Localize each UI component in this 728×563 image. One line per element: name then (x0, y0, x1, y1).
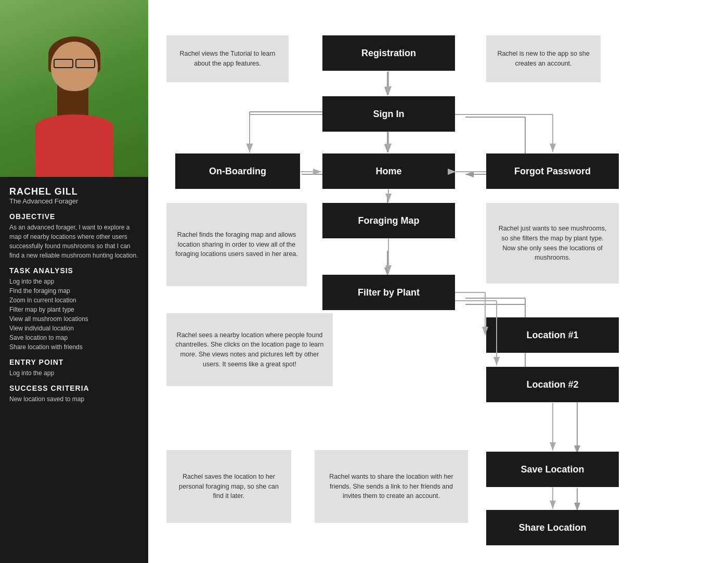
location1-box[interactable]: Location #1 (486, 317, 619, 353)
on-boarding-box[interactable]: On-Boarding (175, 153, 300, 189)
save-desc-box: Rachel saves the location to her persona… (166, 450, 291, 523)
person-name: RACHEL GILL (9, 186, 139, 197)
sidebar: RACHEL GILL The Advanced Forager OBJECTI… (0, 0, 148, 563)
filter-by-plant-box[interactable]: Filter by Plant (322, 275, 455, 310)
main-content: Rachel views the Tutorial to learn about… (148, 0, 728, 563)
profile-photo (0, 0, 148, 177)
objective-text: As an advanced forager, I want to explor… (9, 223, 139, 260)
save-location-box[interactable]: Save Location (486, 452, 619, 487)
new-account-box: Rachel is new to the app so she creates … (486, 35, 601, 82)
person-title: The Advanced Forager (9, 197, 139, 205)
tutorial-box: Rachel views the Tutorial to learn about… (166, 35, 289, 82)
share-location-box[interactable]: Share Location (486, 510, 619, 545)
registration-box[interactable]: Registration (322, 35, 455, 71)
filter-desc-box: Rachel just wants to see mushrooms, so s… (486, 203, 619, 284)
sign-in-box[interactable]: Sign In (322, 96, 455, 132)
share-desc-box: Rachel wants to share the location with … (315, 450, 468, 523)
foraging-map-box[interactable]: Foraging Map (322, 203, 455, 238)
success-criteria-text: New location saved to map (9, 394, 139, 404)
entry-point-text: Log into the app (9, 368, 139, 378)
objective-heading: OBJECTIVE (9, 212, 139, 221)
chantrelle-desc-box: Rachel sees a nearby location where peop… (166, 313, 333, 386)
location2-box[interactable]: Location #2 (486, 367, 619, 402)
entry-point-heading: ENTRY POINT (9, 358, 139, 366)
task-analysis-text: Log into the appFind the foraging mapZoo… (9, 277, 139, 352)
home-box[interactable]: Home (322, 153, 455, 189)
flow-diagram: Rachel views the Tutorial to learn about… (164, 16, 712, 553)
task-analysis-heading: TASK ANALYSIS (9, 266, 139, 275)
forgot-password-box[interactable]: Forgot Password (486, 153, 619, 189)
success-criteria-heading: SUCCESS CRITERIA (9, 384, 139, 392)
foraging-map-desc-box: Rachel finds the foraging map and allows… (166, 203, 307, 286)
